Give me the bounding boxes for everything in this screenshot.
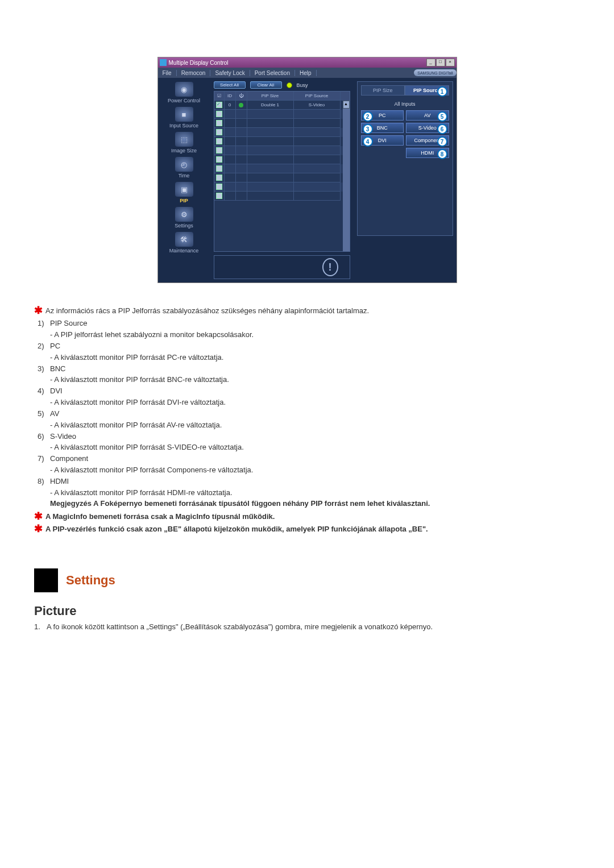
sidebar-item-pip[interactable]: ▣ PIP [158, 180, 210, 204]
sidebar-item-power-control[interactable]: ◉ Power Control [158, 80, 210, 104]
cell-id [225, 119, 236, 128]
cell-power [236, 137, 247, 146]
table-row[interactable]: 0Double 1S-Video [214, 101, 350, 110]
table-row[interactable] [214, 155, 350, 164]
cell-power [236, 119, 247, 128]
row-checkbox[interactable] [216, 193, 222, 199]
tab-pip-size[interactable]: PIP Size [361, 85, 405, 95]
list-number: 1. [34, 622, 47, 633]
settings-icon: ⚙ [175, 207, 193, 222]
row-checkbox[interactable] [216, 138, 222, 144]
cell-pip-source [294, 155, 341, 164]
menubar: File Remocon Safety Lock Port Selection … [158, 68, 457, 78]
row-checkbox[interactable] [216, 111, 222, 117]
scrollbar[interactable]: ▲ [343, 101, 350, 251]
bnc-button[interactable]: BNC 3 [361, 123, 404, 133]
tab-label: PIP Source [413, 88, 440, 93]
table-row[interactable] [214, 182, 350, 192]
ordered-list: 1. A fo ikonok között kattintson a „Sett… [34, 622, 580, 633]
header-checkbox[interactable]: ☑ [214, 92, 225, 101]
pip-control-note: ✱ A PIP-vezérlés funkció csak azon „BE" … [34, 524, 580, 534]
close-button[interactable]: × [446, 59, 455, 67]
table-row[interactable] [214, 137, 350, 146]
row-checkbox[interactable] [216, 129, 222, 135]
cell-pip-source [294, 110, 341, 119]
cell-pip-size [247, 110, 294, 119]
item-title: S-Video [50, 431, 580, 442]
dvi-button[interactable]: DVI 4 [361, 135, 404, 146]
status-panel: ! [214, 255, 350, 279]
cell-pip-size [247, 155, 294, 164]
tab-label: PIP Size [373, 88, 392, 93]
tab-pip-source[interactable]: PIP Source 1 [405, 85, 449, 95]
sidebar-item-label: PIP [180, 198, 188, 203]
select-all-button[interactable]: Select All [214, 81, 246, 89]
item-title: BNC [50, 364, 580, 375]
cell-power [236, 192, 247, 201]
cell-id: 0 [225, 101, 236, 110]
sidebar-item-label: Image Size [171, 148, 197, 153]
menu-help[interactable]: Help [295, 70, 317, 76]
menu-file[interactable]: File [158, 70, 177, 76]
image-size-icon: ⬚ [175, 132, 193, 147]
scroll-up-icon[interactable]: ▲ [343, 101, 350, 109]
item-number: 1) [38, 318, 50, 329]
menu-remocon[interactable]: Remocon [177, 70, 211, 76]
cell-id [225, 182, 236, 192]
table-row[interactable] [214, 146, 350, 155]
cell-power [236, 101, 247, 110]
table-row[interactable] [214, 128, 350, 137]
minimize-button[interactable]: _ [426, 59, 435, 67]
row-checkbox[interactable] [216, 120, 222, 126]
cell-pip-size: Double 1 [247, 101, 294, 110]
item-number: 5) [38, 409, 50, 420]
table-row[interactable] [214, 110, 350, 119]
star-icon: ✱ [34, 524, 45, 533]
hdmi-button[interactable]: HDMI 8 [406, 148, 449, 158]
magicinfo-note: ✱ A MagicInfo bemeneti forrása csak a Ma… [34, 512, 580, 522]
cell-id [225, 192, 236, 201]
svideo-button[interactable]: S-Video 6 [406, 123, 449, 133]
star-icon: ✱ [34, 512, 45, 521]
dvi-button-label: DVI [378, 138, 387, 143]
sidebar-item-settings[interactable]: ⚙ Settings [158, 205, 210, 229]
sidebar-item-input-source[interactable]: ■ Input Source [158, 105, 210, 129]
source-icon: ■ [175, 107, 193, 122]
row-checkbox[interactable] [216, 156, 222, 163]
item-title: DVI [50, 386, 580, 397]
intro-text: Az információs rács a PIP Jelforrás szab… [45, 306, 580, 316]
titlebar: Multiple Display Control _ □ × [158, 57, 457, 68]
clear-all-button[interactable]: Clear All [250, 81, 282, 89]
cell-power [236, 155, 247, 164]
sidebar-item-maintenance[interactable]: 🛠 Maintenance [158, 230, 210, 254]
sidebar-item-label: Time [179, 173, 190, 178]
table-row[interactable] [214, 192, 350, 201]
row-checkbox[interactable] [216, 184, 222, 190]
cell-id [225, 128, 236, 137]
menu-safety-lock[interactable]: Safety Lock [210, 70, 250, 76]
table-row[interactable] [214, 119, 350, 128]
av-button[interactable]: AV 5 [406, 110, 449, 121]
row-checkbox[interactable] [216, 175, 222, 181]
row-checkbox[interactable] [216, 147, 222, 153]
row-checkbox[interactable] [216, 165, 222, 172]
magicinfo-text: A MagicInfo bemeneti forrása csak a Magi… [45, 512, 580, 522]
table-row[interactable] [214, 164, 350, 173]
sidebar-item-image-size[interactable]: ⬚ Image Size [158, 130, 210, 154]
busy-label: Busy [297, 82, 308, 88]
sidebar-item-time[interactable]: ◴ Time [158, 155, 210, 179]
bnc-button-label: BNC [377, 125, 388, 131]
av-button-label: AV [424, 113, 430, 118]
power-on-icon [239, 103, 243, 107]
table-row[interactable] [214, 173, 350, 182]
item-desc: - A kiválasztott monitor PIP forrását AV… [38, 420, 580, 431]
app-window: Multiple Display Control _ □ × File Remo… [157, 57, 457, 283]
callout-badge-7: 7 [437, 136, 447, 147]
list-text: A fo ikonok között kattintson a „Setting… [47, 622, 580, 633]
item-number: 6) [38, 431, 50, 442]
component-button[interactable]: Component 7 [406, 135, 449, 146]
row-checkbox[interactable] [216, 102, 222, 108]
maximize-button[interactable]: □ [436, 59, 445, 67]
pc-button[interactable]: PC 2 [361, 110, 404, 121]
menu-port-selection[interactable]: Port Selection [250, 70, 295, 76]
